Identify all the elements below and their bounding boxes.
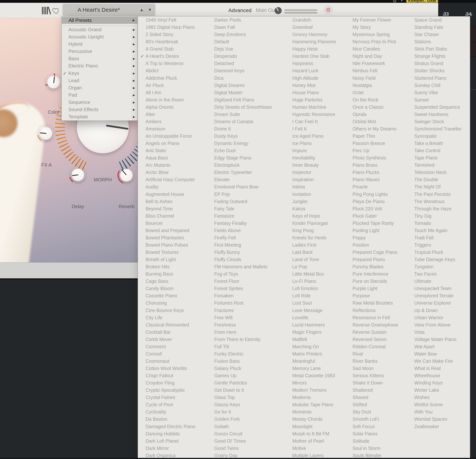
preset-item[interactable]: 2 Sided Story bbox=[145, 31, 196, 38]
preset-item[interactable]: Fog of Toys bbox=[214, 270, 272, 278]
preset-item[interactable]: Noisy Field bbox=[353, 75, 398, 82]
preset-item[interactable]: Pluck Gater bbox=[353, 212, 398, 220]
preset-item[interactable]: Nostalgia bbox=[353, 82, 398, 89]
preset-item[interactable]: River Banks bbox=[353, 358, 398, 365]
preset-item[interactable]: Wishes bbox=[414, 394, 461, 401]
preset-item[interactable]: Inevitability bbox=[292, 154, 336, 161]
daw-timeline-ruler[interactable]: 33 34 bbox=[438, 3, 476, 16]
preset-item[interactable]: Drone It bbox=[214, 125, 272, 133]
preset-item[interactable]: Hammering Pianome bbox=[292, 38, 336, 45]
preset-item[interactable]: Poppy bbox=[353, 234, 398, 241]
preset-item[interactable]: Honey Mist bbox=[292, 82, 336, 89]
preset-item[interactable]: Bowed Piano Pulses bbox=[145, 241, 196, 249]
preset-item[interactable]: Comb Mover bbox=[145, 336, 196, 343]
preset-item[interactable]: Moderna bbox=[292, 394, 336, 401]
preset-item[interactable]: Fractures bbox=[214, 307, 272, 314]
preset-item[interactable]: Solitude bbox=[353, 437, 398, 445]
preset-item[interactable]: Synchronized Traveller bbox=[414, 125, 461, 133]
preset-item[interactable]: Sunday Chill bbox=[414, 82, 461, 89]
preset-item[interactable]: Go for It bbox=[214, 408, 272, 416]
preset-item[interactable]: Others in My Dreams bbox=[353, 125, 398, 133]
preset-item[interactable]: Diamond Keys bbox=[214, 67, 272, 74]
preset-item[interactable]: Wat Apart bbox=[414, 343, 461, 350]
preset-item[interactable]: Lucid Hammers bbox=[292, 321, 336, 329]
preset-item[interactable]: Lovelife bbox=[292, 314, 336, 321]
preset-item[interactable]: Piano Brass bbox=[353, 161, 398, 169]
preset-item[interactable]: Wistful Scene bbox=[414, 401, 461, 408]
preset-item[interactable]: Classical Reinvented bbox=[145, 321, 196, 329]
menu-item-category[interactable]: Pad bbox=[61, 92, 138, 99]
preset-item[interactable]: Fusion Bass bbox=[214, 358, 272, 365]
next-preset-button[interactable]: ▼ bbox=[148, 4, 152, 16]
preset-item[interactable]: Laid Back bbox=[292, 249, 336, 256]
preset-item[interactable]: Cryptic Apocalyptic bbox=[145, 386, 196, 394]
preset-item[interactable]: Star Chaser bbox=[414, 31, 461, 38]
preset-item[interactable]: House Piano bbox=[292, 89, 336, 96]
preset-item[interactable]: Orbital Mist bbox=[353, 118, 398, 125]
preset-item[interactable]: Prepared Cage Piano bbox=[353, 249, 398, 256]
preset-item[interactable]: I Felt It bbox=[292, 125, 336, 133]
preset-item[interactable]: Corrosif bbox=[145, 350, 196, 358]
preset-item[interactable]: Shattered bbox=[353, 386, 398, 394]
preset-item[interactable]: Dark Mirror bbox=[145, 445, 196, 452]
preset-item[interactable]: My Story bbox=[353, 24, 398, 31]
preset-item[interactable]: Fading Outward bbox=[214, 198, 272, 205]
preset-item[interactable]: Alone in the Room bbox=[145, 96, 196, 103]
preset-item[interactable]: Ping Pong Lights bbox=[353, 191, 398, 198]
preset-item[interactable]: Dancing Hobbits bbox=[145, 430, 196, 437]
preset-item[interactable]: Kairos bbox=[292, 205, 336, 212]
daw-badge[interactable]: Komplet.. DAW bbox=[406, 0, 438, 3]
preset-item[interactable]: Human Machine bbox=[292, 103, 336, 111]
preset-item[interactable]: Shake It Down bbox=[353, 379, 398, 386]
preset-item[interactable]: Touch Me Again bbox=[414, 227, 461, 234]
preset-item[interactable]: Good Twins bbox=[214, 445, 272, 452]
preset-item[interactable]: Electric Typewriter bbox=[214, 169, 272, 176]
preset-item[interactable]: Fields Above bbox=[214, 227, 272, 234]
preset-item[interactable]: Gentle Particles bbox=[214, 379, 272, 386]
preset-item[interactable]: The Wondrous bbox=[414, 198, 461, 205]
preset-item[interactable]: Harpiness bbox=[292, 60, 336, 67]
preset-item[interactable]: Digitized Felt Piano bbox=[214, 96, 272, 103]
preset-item[interactable]: What is Real bbox=[414, 365, 461, 372]
preset-item[interactable]: Smooth LoFi bbox=[353, 416, 398, 423]
preset-item[interactable]: Reflections bbox=[353, 307, 398, 314]
menu-item-category[interactable]: Lead bbox=[61, 77, 138, 84]
preset-item[interactable]: Intima bbox=[292, 183, 336, 191]
preset-item[interactable]: Tiny Gig bbox=[414, 212, 461, 220]
preset-item[interactable]: Cine Bounce Keys bbox=[145, 307, 196, 314]
preset-item[interactable]: Broken Hits bbox=[145, 263, 196, 270]
preset-item[interactable]: Ridden Conceal bbox=[353, 343, 398, 350]
favorite-heart-icon[interactable] bbox=[52, 7, 60, 14]
menu-item-category[interactable]: Organ bbox=[61, 84, 138, 92]
preset-item[interactable]: Memory Lane bbox=[292, 365, 336, 372]
preset-item[interactable]: Le Pop bbox=[292, 263, 336, 270]
preset-item[interactable]: Modular Tape Piano bbox=[292, 401, 336, 408]
preset-item[interactable]: Piano Plucks bbox=[353, 169, 398, 176]
preset-item[interactable]: Triggers bbox=[414, 241, 461, 249]
preset-item[interactable]: Sunny Vibe bbox=[414, 89, 461, 96]
preset-item[interactable]: Fluffy Bunny bbox=[214, 249, 272, 256]
preset-item[interactable]: Funky Electric bbox=[214, 350, 272, 358]
preset-item[interactable]: Goliath bbox=[214, 423, 272, 430]
menu-item-category[interactable]: Electric Piano bbox=[61, 62, 138, 69]
preset-item[interactable]: Purpose bbox=[353, 292, 398, 299]
preset-item[interactable]: Audity bbox=[145, 183, 196, 191]
preset-item[interactable]: Arctic Blow bbox=[145, 169, 196, 176]
preset-item[interactable]: Motive bbox=[292, 445, 336, 452]
preset-item[interactable]: Mysterious Spring bbox=[353, 31, 398, 38]
preset-item[interactable]: Cycle of Pool bbox=[145, 401, 196, 408]
preset-item[interactable]: Croydon Fling bbox=[145, 379, 196, 386]
preset-item[interactable]: Nice Candies bbox=[353, 45, 398, 53]
preset-item[interactable]: Forsaken bbox=[214, 292, 272, 299]
preset-item[interactable]: First Meeting bbox=[214, 241, 272, 249]
preset-item[interactable]: Keys of Hope bbox=[292, 212, 336, 220]
preset-item[interactable]: Bliss Channel bbox=[145, 212, 196, 220]
menu-item-category[interactable]: Sound Effects bbox=[61, 106, 138, 113]
preset-item[interactable]: Hardest One Stab bbox=[292, 53, 336, 60]
preset-item[interactable]: Strange Flights bbox=[414, 53, 461, 60]
preset-item[interactable]: Stutter Shocks bbox=[414, 67, 461, 74]
preset-item[interactable]: Unexplored Terrain bbox=[414, 292, 461, 299]
preset-item[interactable]: Tungsten bbox=[414, 263, 461, 270]
preset-item[interactable]: Shifted bbox=[353, 401, 398, 408]
preset-item[interactable]: Multiple Layers bbox=[292, 452, 336, 458]
